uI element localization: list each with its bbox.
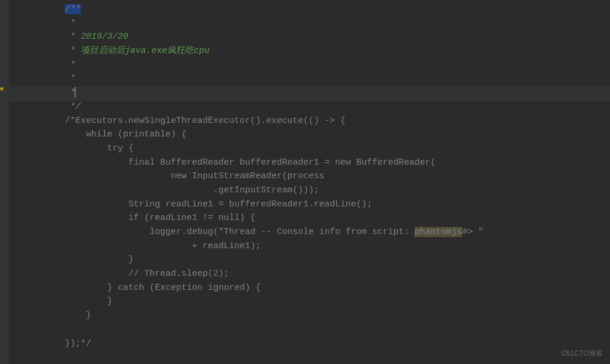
code-line[interactable]: String readLine1 = bufferedReader1.readL…: [9, 198, 610, 212]
text-selection: /**: [65, 4, 81, 14]
code-line[interactable]: * 项目启动后java.exe疯狂吃cpu: [9, 44, 610, 58]
code-line[interactable]: while (printable) {: [9, 128, 610, 142]
code-line[interactable]: // Thread.sleep(2);: [9, 267, 610, 281]
code-line[interactable]: logger.debug("Thread -- Console info fro…: [9, 225, 610, 239]
code-editor-area[interactable]: /** * * 2019/3/20 * 项目启动后java.exe疯狂吃cpu …: [0, 0, 610, 350]
code-line[interactable]: /**: [9, 2, 610, 16]
code-line[interactable]: }: [9, 309, 610, 323]
code-line[interactable]: });*/: [9, 337, 610, 351]
code-line[interactable]: + readLine1);: [9, 239, 610, 253]
gutter-warning-marker[interactable]: [0, 87, 4, 91]
code-line[interactable]: final BufferedReader bufferedReader1 = n…: [9, 156, 610, 170]
code-line[interactable]: /*Executors.newSingleThreadExecutor().ex…: [9, 114, 610, 128]
code-line[interactable]: }: [9, 253, 610, 267]
highlighted-match: phantomjs: [415, 227, 462, 237]
code-line[interactable]: if (readLine1 != null) {: [9, 211, 610, 225]
code-line[interactable]: }: [9, 295, 610, 309]
code-line[interactable]: *: [9, 72, 610, 86]
text-caret: [75, 87, 75, 98]
code-line[interactable]: .getInputStream()));: [9, 183, 610, 198]
code-line[interactable]: try {: [9, 142, 610, 156]
code-line[interactable]: *: [9, 16, 610, 31]
code-line[interactable]: new InputStreamReader(process: [9, 169, 610, 183]
code-line[interactable]: *: [9, 86, 610, 100]
code-line[interactable]: *: [9, 58, 610, 72]
editor-gutter: [0, 0, 9, 364]
code-line[interactable]: */: [9, 100, 610, 114]
code-line[interactable]: * 2019/3/20: [9, 30, 610, 44]
code-line[interactable]: [9, 323, 610, 337]
code-line[interactable]: } catch (Exception ignored) {: [9, 281, 610, 295]
